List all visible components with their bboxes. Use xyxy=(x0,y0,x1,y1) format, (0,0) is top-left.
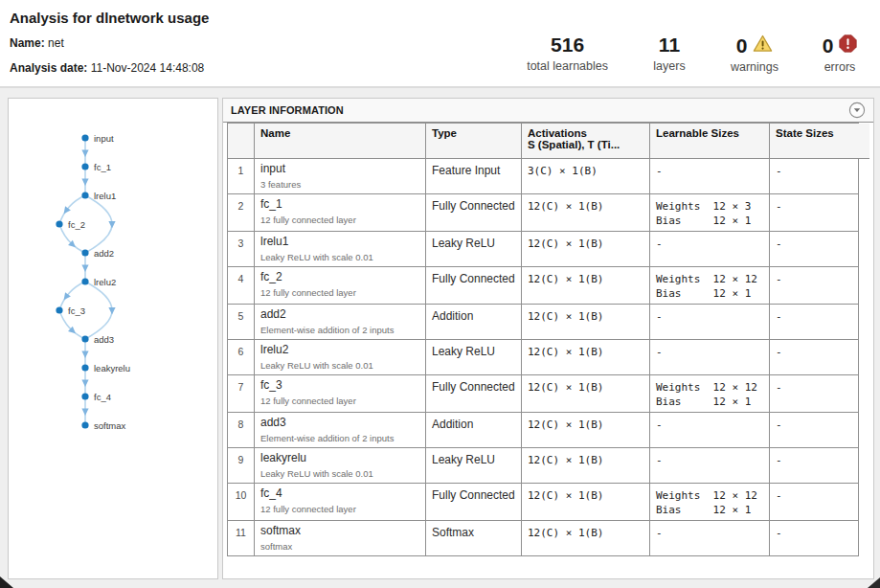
edge-arrow-icon xyxy=(81,409,88,416)
collapse-section-button[interactable] xyxy=(848,102,866,119)
state-sizes-cell: - xyxy=(770,484,859,521)
state-sizes-cell: - xyxy=(770,340,859,375)
diagram-node-softmax[interactable] xyxy=(81,421,88,428)
error-icon xyxy=(839,34,857,57)
edge-arrow-icon xyxy=(81,351,88,358)
learnable-sizes-cell: - xyxy=(650,159,770,194)
diagram-node-label-softmax: softmax xyxy=(94,420,126,431)
edge-arrow-icon xyxy=(81,380,88,387)
layer-information-title: LAYER INFORMATION xyxy=(231,104,344,116)
errors-value: 0 xyxy=(823,35,834,57)
layers-label: layers xyxy=(653,59,685,73)
diagram-node-lrelu1[interactable] xyxy=(81,192,88,198)
diagram-node-label-fc_2: fc_2 xyxy=(68,219,85,230)
layer-name: softmax xyxy=(260,524,419,538)
layer-name-cell: input3 features xyxy=(255,159,426,194)
diagram-node-label-fc_3: fc_3 xyxy=(68,305,85,316)
activations-cell: 12(C) × 1(B) xyxy=(522,232,650,267)
table-row[interactable]: 3lrelu1Leaky ReLU with scale 0.01Leaky R… xyxy=(228,232,859,267)
layer-name: fc_2 xyxy=(260,270,419,284)
layer-type-cell: Leaky ReLU xyxy=(426,448,522,484)
layer-name-cell: add2Element-wise addition of 2 inputs xyxy=(255,305,426,340)
date-label: Analysis date: xyxy=(10,61,87,75)
layer-name: fc_3 xyxy=(260,378,419,393)
row-index-cell: 2 xyxy=(228,194,255,232)
layer-description: 12 fully connected layer xyxy=(260,504,419,514)
diagram-node-label-lrelu2: lrelu2 xyxy=(94,277,116,287)
row-index-cell: 4 xyxy=(228,267,255,305)
table-row[interactable]: 5add2Element-wise addition of 2 inputsAd… xyxy=(228,305,859,340)
layer-name: fc_1 xyxy=(260,197,419,212)
layer-name-cell: fc_312 fully connected layer xyxy=(255,375,426,413)
diagram-node-input[interactable] xyxy=(81,134,88,141)
row-index-cell: 9 xyxy=(228,448,255,484)
workspace: inputfc_1lrelu1fc_2add2lrelu2fc_3add3lea… xyxy=(0,88,880,588)
warning-icon xyxy=(753,34,773,57)
diagram-node-fc_3[interactable] xyxy=(56,306,62,313)
activations-cell: 12(C) × 1(B) xyxy=(522,375,650,413)
diagram-node-label-fc_4: fc_4 xyxy=(94,392,111,402)
layer-name-cell: add3Element-wise addition of 2 inputs xyxy=(255,413,426,448)
learnable-sizes-cell: Weights 12 × 12 Bias 12 × 1 xyxy=(650,484,770,521)
scrollbar-gutter xyxy=(856,124,869,159)
layer-description: Leaky ReLU with scale 0.01 xyxy=(260,252,419,262)
layer-description: Element-wise addition of 2 inputs xyxy=(260,325,419,335)
column-header-type: Type xyxy=(426,124,522,159)
activations-cell: 12(C) × 1(B) xyxy=(522,340,650,375)
edge-arrow-icon xyxy=(81,150,88,157)
activations-cell: 12(C) × 1(B) xyxy=(522,484,650,521)
column-header-state-sizes: State Sizes xyxy=(770,124,859,159)
date-value: 11-Nov-2024 14:48:08 xyxy=(91,61,205,75)
diagram-node-add2[interactable] xyxy=(81,249,88,256)
layer-type-cell: Fully Connected xyxy=(426,484,522,521)
layer-name-cell: lrelu2Leaky ReLU with scale 0.01 xyxy=(255,340,426,375)
table-row[interactable]: 11softmaxsoftmaxSoftmax12(C) × 1(B)-- xyxy=(228,521,859,556)
layer-name-cell: fc_112 fully connected layer xyxy=(255,194,426,232)
table-row[interactable]: 1input3 featuresFeature Input3(C) × 1(B)… xyxy=(228,159,859,194)
diagram-node-label-fc_1: fc_1 xyxy=(94,162,111,172)
layer-type-cell: Feature Input xyxy=(426,159,522,194)
learnable-sizes-cell: - xyxy=(650,340,770,375)
table-row[interactable]: 4fc_212 fully connected layerFully Conne… xyxy=(228,267,859,305)
learnable-sizes-cell: - xyxy=(650,413,770,448)
diagram-node-fc_4[interactable] xyxy=(81,393,88,399)
edge-arrow-icon xyxy=(108,307,115,314)
diagram-node-fc_1[interactable] xyxy=(81,163,88,170)
layer-name-cell: leakyreluLeaky ReLU with scale 0.01 xyxy=(255,448,426,484)
learnable-sizes-cell: - xyxy=(650,232,770,267)
layer-table: Name Type ActivationsS (Spatial), T (Ti.… xyxy=(227,123,859,556)
layer-type-cell: Leaky ReLU xyxy=(426,340,522,375)
table-row[interactable]: 9leakyreluLeaky ReLU with scale 0.01Leak… xyxy=(228,448,859,484)
stat-layers: 11 layers xyxy=(648,34,690,73)
activations-cell: 12(C) × 1(B) xyxy=(522,521,650,556)
table-row[interactable]: 8add3Element-wise addition of 2 inputsAd… xyxy=(228,413,859,448)
column-header-learnable-sizes: Learnable Sizes xyxy=(650,124,770,159)
diagram-node-lrelu2[interactable] xyxy=(81,278,88,284)
table-row[interactable]: 7fc_312 fully connected layerFully Conne… xyxy=(228,375,859,413)
network-name-line: Name: net xyxy=(10,36,64,50)
state-sizes-cell: - xyxy=(770,375,859,413)
diagram-node-fc_2[interactable] xyxy=(56,220,62,227)
report-header: Analysis for dlnetwork usage Name: net A… xyxy=(0,0,880,88)
diagram-node-add3[interactable] xyxy=(81,335,88,342)
state-sizes-cell: - xyxy=(770,232,859,267)
edge-arrow-icon xyxy=(108,221,115,228)
table-row[interactable]: 2fc_112 fully connected layerFully Conne… xyxy=(228,194,859,232)
state-sizes-cell: - xyxy=(770,413,859,448)
layer-description: 12 fully connected layer xyxy=(260,215,419,225)
layer-type-cell: Fully Connected xyxy=(426,375,522,413)
layer-name-cell: fc_212 fully connected layer xyxy=(255,267,426,305)
total-learnables-value: 516 xyxy=(551,34,584,56)
network-diagram[interactable]: inputfc_1lrelu1fc_2add2lrelu2fc_3add3lea… xyxy=(9,99,217,578)
learnable-sizes-cell: Weights 12 × 3 Bias 12 × 1 xyxy=(650,194,770,232)
edge-arrow-icon xyxy=(81,265,88,272)
diagram-node-leakyrelu[interactable] xyxy=(81,364,88,371)
table-row[interactable]: 10fc_412 fully connected layerFully Conn… xyxy=(228,484,859,521)
window-resize-grip[interactable] xyxy=(868,577,880,588)
table-row[interactable]: 6lrelu2Leaky ReLU with scale 0.01Leaky R… xyxy=(228,340,859,375)
layer-type-cell: Leaky ReLU xyxy=(426,232,522,267)
network-diagram-panel[interactable]: inputfc_1lrelu1fc_2add2lrelu2fc_3add3lea… xyxy=(8,98,218,579)
layer-description: 12 fully connected layer xyxy=(260,287,419,298)
state-sizes-cell: - xyxy=(770,194,859,232)
edge-lrelu1-to-add2 xyxy=(85,195,112,253)
